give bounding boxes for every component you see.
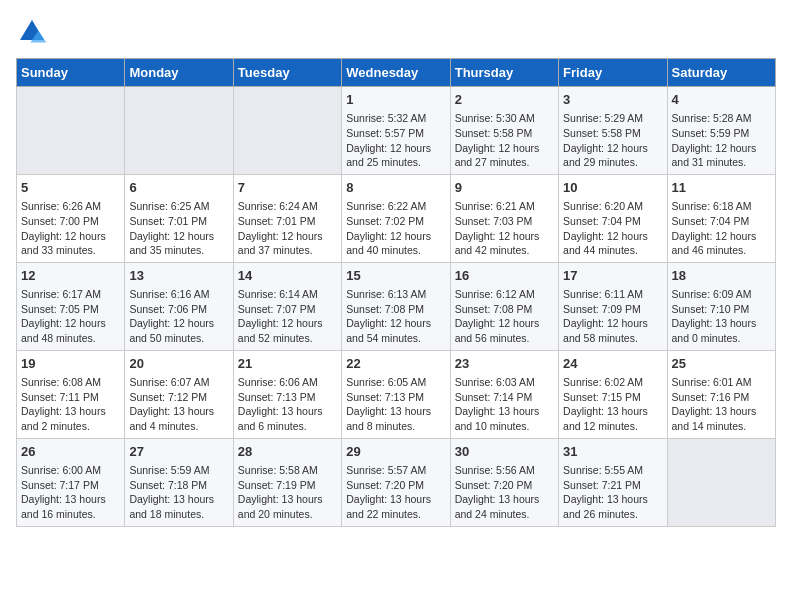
day-number: 12 (21, 267, 120, 285)
day-cell: 12Sunrise: 6:17 AM Sunset: 7:05 PM Dayli… (17, 262, 125, 350)
logo-icon (16, 16, 48, 48)
day-cell: 28Sunrise: 5:58 AM Sunset: 7:19 PM Dayli… (233, 438, 341, 526)
day-cell: 8Sunrise: 6:22 AM Sunset: 7:02 PM Daylig… (342, 174, 450, 262)
header-cell-thursday: Thursday (450, 59, 558, 87)
day-cell: 31Sunrise: 5:55 AM Sunset: 7:21 PM Dayli… (559, 438, 667, 526)
day-cell (17, 87, 125, 175)
day-number: 28 (238, 443, 337, 461)
week-row: 1Sunrise: 5:32 AM Sunset: 5:57 PM Daylig… (17, 87, 776, 175)
day-cell: 19Sunrise: 6:08 AM Sunset: 7:11 PM Dayli… (17, 350, 125, 438)
day-number: 30 (455, 443, 554, 461)
day-info: Sunrise: 6:11 AM Sunset: 7:09 PM Dayligh… (563, 287, 662, 346)
day-cell: 29Sunrise: 5:57 AM Sunset: 7:20 PM Dayli… (342, 438, 450, 526)
day-info: Sunrise: 5:58 AM Sunset: 7:19 PM Dayligh… (238, 463, 337, 522)
day-info: Sunrise: 5:55 AM Sunset: 7:21 PM Dayligh… (563, 463, 662, 522)
day-info: Sunrise: 6:22 AM Sunset: 7:02 PM Dayligh… (346, 199, 445, 258)
day-cell: 16Sunrise: 6:12 AM Sunset: 7:08 PM Dayli… (450, 262, 558, 350)
day-cell: 13Sunrise: 6:16 AM Sunset: 7:06 PM Dayli… (125, 262, 233, 350)
day-cell: 24Sunrise: 6:02 AM Sunset: 7:15 PM Dayli… (559, 350, 667, 438)
day-number: 15 (346, 267, 445, 285)
day-cell: 11Sunrise: 6:18 AM Sunset: 7:04 PM Dayli… (667, 174, 775, 262)
day-info: Sunrise: 5:32 AM Sunset: 5:57 PM Dayligh… (346, 111, 445, 170)
day-info: Sunrise: 6:12 AM Sunset: 7:08 PM Dayligh… (455, 287, 554, 346)
day-cell: 1Sunrise: 5:32 AM Sunset: 5:57 PM Daylig… (342, 87, 450, 175)
day-info: Sunrise: 6:00 AM Sunset: 7:17 PM Dayligh… (21, 463, 120, 522)
day-info: Sunrise: 6:06 AM Sunset: 7:13 PM Dayligh… (238, 375, 337, 434)
header-cell-monday: Monday (125, 59, 233, 87)
day-number: 18 (672, 267, 771, 285)
day-info: Sunrise: 6:08 AM Sunset: 7:11 PM Dayligh… (21, 375, 120, 434)
day-info: Sunrise: 6:14 AM Sunset: 7:07 PM Dayligh… (238, 287, 337, 346)
day-cell: 3Sunrise: 5:29 AM Sunset: 5:58 PM Daylig… (559, 87, 667, 175)
day-info: Sunrise: 6:20 AM Sunset: 7:04 PM Dayligh… (563, 199, 662, 258)
day-cell: 20Sunrise: 6:07 AM Sunset: 7:12 PM Dayli… (125, 350, 233, 438)
day-cell: 2Sunrise: 5:30 AM Sunset: 5:58 PM Daylig… (450, 87, 558, 175)
day-number: 4 (672, 91, 771, 109)
day-cell: 7Sunrise: 6:24 AM Sunset: 7:01 PM Daylig… (233, 174, 341, 262)
day-cell: 18Sunrise: 6:09 AM Sunset: 7:10 PM Dayli… (667, 262, 775, 350)
day-number: 6 (129, 179, 228, 197)
day-number: 21 (238, 355, 337, 373)
day-cell: 10Sunrise: 6:20 AM Sunset: 7:04 PM Dayli… (559, 174, 667, 262)
day-number: 7 (238, 179, 337, 197)
day-cell: 25Sunrise: 6:01 AM Sunset: 7:16 PM Dayli… (667, 350, 775, 438)
day-cell: 14Sunrise: 6:14 AM Sunset: 7:07 PM Dayli… (233, 262, 341, 350)
week-row: 12Sunrise: 6:17 AM Sunset: 7:05 PM Dayli… (17, 262, 776, 350)
day-info: Sunrise: 5:57 AM Sunset: 7:20 PM Dayligh… (346, 463, 445, 522)
day-number: 26 (21, 443, 120, 461)
day-info: Sunrise: 6:18 AM Sunset: 7:04 PM Dayligh… (672, 199, 771, 258)
day-info: Sunrise: 6:24 AM Sunset: 7:01 PM Dayligh… (238, 199, 337, 258)
day-number: 13 (129, 267, 228, 285)
week-row: 19Sunrise: 6:08 AM Sunset: 7:11 PM Dayli… (17, 350, 776, 438)
day-info: Sunrise: 6:05 AM Sunset: 7:13 PM Dayligh… (346, 375, 445, 434)
header-cell-friday: Friday (559, 59, 667, 87)
day-number: 25 (672, 355, 771, 373)
day-info: Sunrise: 5:56 AM Sunset: 7:20 PM Dayligh… (455, 463, 554, 522)
day-cell (667, 438, 775, 526)
week-row: 5Sunrise: 6:26 AM Sunset: 7:00 PM Daylig… (17, 174, 776, 262)
day-number: 22 (346, 355, 445, 373)
logo (16, 16, 52, 48)
day-number: 2 (455, 91, 554, 109)
day-info: Sunrise: 6:13 AM Sunset: 7:08 PM Dayligh… (346, 287, 445, 346)
day-cell: 27Sunrise: 5:59 AM Sunset: 7:18 PM Dayli… (125, 438, 233, 526)
day-number: 19 (21, 355, 120, 373)
day-info: Sunrise: 6:17 AM Sunset: 7:05 PM Dayligh… (21, 287, 120, 346)
day-cell: 21Sunrise: 6:06 AM Sunset: 7:13 PM Dayli… (233, 350, 341, 438)
header-cell-sunday: Sunday (17, 59, 125, 87)
header-cell-tuesday: Tuesday (233, 59, 341, 87)
day-info: Sunrise: 6:21 AM Sunset: 7:03 PM Dayligh… (455, 199, 554, 258)
day-number: 1 (346, 91, 445, 109)
day-info: Sunrise: 6:26 AM Sunset: 7:00 PM Dayligh… (21, 199, 120, 258)
day-info: Sunrise: 6:07 AM Sunset: 7:12 PM Dayligh… (129, 375, 228, 434)
day-info: Sunrise: 6:16 AM Sunset: 7:06 PM Dayligh… (129, 287, 228, 346)
day-info: Sunrise: 5:59 AM Sunset: 7:18 PM Dayligh… (129, 463, 228, 522)
day-info: Sunrise: 6:03 AM Sunset: 7:14 PM Dayligh… (455, 375, 554, 434)
day-cell: 9Sunrise: 6:21 AM Sunset: 7:03 PM Daylig… (450, 174, 558, 262)
day-info: Sunrise: 5:30 AM Sunset: 5:58 PM Dayligh… (455, 111, 554, 170)
day-number: 10 (563, 179, 662, 197)
day-info: Sunrise: 5:29 AM Sunset: 5:58 PM Dayligh… (563, 111, 662, 170)
day-cell: 30Sunrise: 5:56 AM Sunset: 7:20 PM Dayli… (450, 438, 558, 526)
day-number: 24 (563, 355, 662, 373)
day-number: 23 (455, 355, 554, 373)
day-cell: 6Sunrise: 6:25 AM Sunset: 7:01 PM Daylig… (125, 174, 233, 262)
header-cell-saturday: Saturday (667, 59, 775, 87)
day-number: 17 (563, 267, 662, 285)
day-cell: 15Sunrise: 6:13 AM Sunset: 7:08 PM Dayli… (342, 262, 450, 350)
day-number: 27 (129, 443, 228, 461)
day-number: 11 (672, 179, 771, 197)
day-cell: 17Sunrise: 6:11 AM Sunset: 7:09 PM Dayli… (559, 262, 667, 350)
day-cell: 4Sunrise: 5:28 AM Sunset: 5:59 PM Daylig… (667, 87, 775, 175)
header-cell-wednesday: Wednesday (342, 59, 450, 87)
day-number: 31 (563, 443, 662, 461)
day-info: Sunrise: 6:09 AM Sunset: 7:10 PM Dayligh… (672, 287, 771, 346)
day-cell: 26Sunrise: 6:00 AM Sunset: 7:17 PM Dayli… (17, 438, 125, 526)
day-number: 29 (346, 443, 445, 461)
day-cell (233, 87, 341, 175)
day-info: Sunrise: 6:25 AM Sunset: 7:01 PM Dayligh… (129, 199, 228, 258)
day-cell (125, 87, 233, 175)
day-number: 20 (129, 355, 228, 373)
day-cell: 22Sunrise: 6:05 AM Sunset: 7:13 PM Dayli… (342, 350, 450, 438)
day-number: 8 (346, 179, 445, 197)
